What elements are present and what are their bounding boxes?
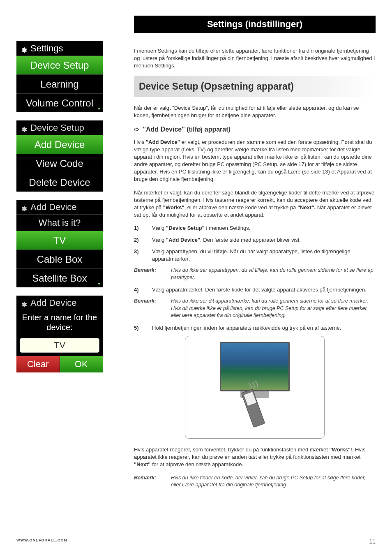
sub-heading: ➪ "Add Device" (tilføj apparat) (134, 125, 376, 134)
clear-button[interactable]: Clear (16, 356, 60, 372)
step-3: 3) Vælg apparattypen, du vil tilføje. Nå… (134, 248, 376, 263)
note-1: Bemærk: Hvis du ikke ser apparattypen, d… (134, 267, 376, 281)
screen-title: Settings (30, 43, 63, 54)
page-number: 11 (369, 538, 376, 545)
intro-paragraph: I menuen Settings kan du tilføje eller s… (134, 47, 376, 70)
menu-item-tv[interactable]: TV (16, 231, 103, 250)
step-2: 2) Vælg "Add Device". Den første side me… (134, 236, 376, 244)
menu-item-device-setup[interactable]: Device Setup (16, 56, 103, 74)
tv-icon (220, 342, 290, 400)
screen-add-device-name: Add Device Enter a name for the device: … (16, 296, 103, 372)
footer-url: WWW.ONEFORALL.COM (16, 538, 67, 545)
screen-title-row: Device Setup (16, 120, 103, 135)
ok-button[interactable]: OK (60, 356, 103, 372)
screen-title: Device Setup (30, 123, 84, 133)
note-3: Bemærk: Hvis du ikke finder en kode, der… (134, 474, 376, 489)
prompt-label: Enter a name for the device: (16, 310, 103, 336)
left-column: Settings Device Setup Learning Volume Co… (16, 41, 103, 381)
paragraph-3: Hvis apparatet reagerer, som forventet, … (134, 446, 376, 469)
menu-item-view-code[interactable]: View Code (16, 154, 103, 173)
device-name-input[interactable]: TV (20, 338, 99, 353)
menu-item-delete-device[interactable]: Delete Device (16, 173, 103, 192)
screen-title-row: Add Device (16, 296, 103, 310)
screen-title: Add Device (30, 202, 77, 213)
page-footer: WWW.ONEFORALL.COM 11 (16, 538, 376, 545)
section-intro: Når der er valgt "Device Setup", får du … (134, 104, 376, 119)
menu-item-add-device[interactable]: Add Device (16, 135, 103, 154)
screen-title-row: Add Device (16, 200, 103, 214)
step-5: 5) Hold fjernbetjeningen inden for appar… (134, 324, 376, 332)
screen-add-device-type: Add Device What is it? TV Cable Box Sate… (16, 200, 103, 287)
right-column: I menuen Settings kan du tilføje eller s… (134, 47, 376, 494)
note-2: Bemærk: Hvis du ikke ser dit apparatmærk… (134, 298, 376, 319)
menu-item-learning[interactable]: Learning (16, 74, 103, 93)
page-header: Settings (indstillinger) (134, 16, 376, 33)
screen-title-row: Settings (16, 41, 103, 56)
illustration: ))) (185, 336, 325, 439)
screen-settings: Settings Device Setup Learning Volume Co… (16, 41, 103, 112)
paragraph-1: Hvis "Add Device" er valgt, er procedure… (134, 139, 376, 183)
section-heading: Device Setup (Opsætning apparat) (134, 76, 376, 97)
page-header-title: Settings (indstillinger) (207, 19, 302, 30)
arrow-right-icon: ➪ (134, 125, 139, 134)
menu-item-cable-box[interactable]: Cable Box (16, 250, 103, 268)
gear-icon (21, 204, 27, 210)
sub-heading-text: "Add Device" (tilføj apparat) (143, 126, 230, 133)
gear-icon (21, 45, 27, 52)
paragraph-2: Når mærket er valgt, kan du derefter søg… (134, 189, 376, 219)
step-4: 4) Vælg apparatmærket. Den første kode f… (134, 286, 376, 294)
menu-item-volume-control[interactable]: Volume Control (16, 93, 103, 112)
menu-item-satellite-box[interactable]: Satellite Box (16, 268, 103, 287)
step-list: 1) Vælg "Device Setup" i menuen Settings… (134, 224, 376, 263)
gear-icon (21, 125, 27, 131)
screen-device-setup: Device Setup Add Device View Code Delete… (16, 120, 103, 192)
button-row: Clear OK (16, 356, 103, 372)
screen-title: Add Device (30, 298, 77, 308)
prompt-label: What is it? (16, 214, 103, 231)
gear-icon (21, 300, 27, 306)
step-1: 1) Vælg "Device Setup" i menuen Settings… (134, 224, 376, 232)
